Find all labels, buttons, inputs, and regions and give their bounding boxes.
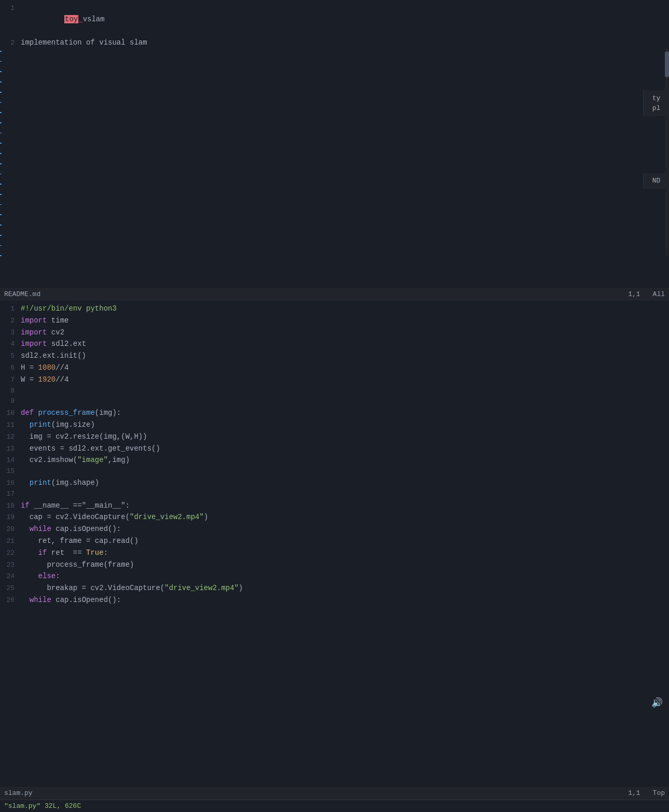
py-content-19: cap = cv2.VideoCapture("drive_view2.mp4"… — [21, 511, 208, 523]
python-content[interactable]: 1 #!/usr/bin/env python3 2 import time 3… — [0, 301, 669, 786]
py-content-23: process_frame(frame) — [21, 559, 134, 570]
py-line-14: 14 cv2.imshow("image",img) — [0, 454, 669, 466]
line-1: 1 toy_vslam — [0, 2, 669, 37]
py-content-7: W = 1920//4 — [21, 374, 68, 385]
bottom-status-right: 1,1 Top — [628, 789, 665, 797]
line-content-1: toy_vslam — [21, 2, 105, 37]
line-content-2: implementation of visual slam — [21, 37, 147, 48]
py-num-25: 25 — [0, 583, 21, 594]
py-num-3: 3 — [0, 328, 21, 339]
py-content-3: import cv2 — [21, 327, 64, 338]
mark-6 — [0, 102, 2, 103]
line-2: 2 implementation of visual slam — [0, 37, 669, 49]
py-line-5: 5 sdl2.ext.init() — [0, 350, 669, 362]
py-line-24: 24 else: — [0, 570, 669, 582]
mark-16 — [0, 204, 2, 205]
py-num-8: 8 — [0, 386, 21, 397]
right-panel-ty: ty — [652, 94, 661, 102]
mark-4 — [0, 81, 2, 82]
py-content-2: import time — [21, 315, 68, 326]
cursor-block: _ — [78, 15, 82, 23]
line-num-2: 2 — [0, 38, 21, 49]
py-line-20: 20 while cap.isOpened(): — [0, 523, 669, 535]
py-line-25: 25 breakap = cv2.VideoCapture("drive_vie… — [0, 582, 669, 594]
py-content-25: breakap = cv2.VideoCapture("drive_view2.… — [21, 582, 243, 594]
right-panel-pl: pl — [652, 104, 661, 112]
py-line-6: 6 H = 1080//4 — [0, 362, 669, 374]
py-num-22: 22 — [0, 548, 21, 559]
py-line-13: 13 events = sdl2.ext.get_events() — [0, 443, 669, 455]
py-num-19: 19 — [0, 512, 21, 523]
readme-content: 1 toy_vslam 2 implementation of visual s… — [0, 0, 669, 287]
py-content-26: while cap.isOpened(): — [21, 594, 121, 606]
py-num-7: 7 — [0, 375, 21, 386]
py-num-9: 9 — [0, 396, 21, 407]
py-num-16: 16 — [0, 478, 21, 489]
py-num-1: 1 — [0, 304, 21, 315]
mark-1 — [0, 51, 2, 52]
scrollbar-thumb[interactable] — [665, 51, 669, 77]
py-content-11: print(img.size) — [21, 419, 95, 430]
mark-12 — [0, 163, 2, 164]
py-content-22: if ret == True: — [21, 547, 108, 558]
mark-11 — [0, 153, 2, 154]
top-filename: README.md — [4, 290, 40, 298]
mark-21 — [0, 255, 2, 256]
py-line-11: 11 print(img.size) — [0, 419, 669, 431]
py-content-6: H = 1080//4 — [21, 362, 68, 373]
py-content-13: events = sdl2.ext.get_events() — [21, 443, 160, 454]
py-content-24: else: — [21, 570, 60, 582]
py-line-4: 4 import sdl2.ext — [0, 338, 669, 350]
py-num-14: 14 — [0, 455, 21, 466]
py-line-16: 16 print(img.shape) — [0, 477, 669, 489]
mark-19 — [0, 235, 2, 236]
bottom-filename: slam.py — [4, 789, 33, 797]
mark-2 — [0, 61, 2, 62]
bottom-scroll: Top — [653, 789, 665, 797]
py-num-5: 5 — [0, 351, 21, 362]
py-line-10: 10 def process_frame(img): — [0, 407, 669, 419]
mark-17 — [0, 214, 2, 215]
line-num-1: 1 — [0, 3, 21, 14]
py-content-20: while cap.isOpened(): — [21, 523, 121, 535]
top-position: 1,1 — [628, 290, 640, 298]
py-content-4: import sdl2.ext — [21, 338, 86, 349]
nd-label: ND — [652, 177, 661, 185]
py-line-21: 21 ret, frame = cap.read() — [0, 535, 669, 547]
mark-13 — [0, 174, 2, 175]
top-status-right: 1,1 All — [628, 290, 665, 298]
py-num-10: 10 — [0, 408, 21, 419]
empty-area: ty pl ND — [0, 49, 669, 256]
volume-icon: 🔊 — [651, 697, 663, 708]
py-line-26: 26 while cap.isOpened(): — [0, 594, 669, 606]
mark-14 — [0, 184, 2, 185]
py-content-5: sdl2.ext.init() — [21, 350, 86, 361]
py-content-21: ret, frame = cap.read() — [21, 535, 138, 547]
py-line-22: 22 if ret == True: — [0, 547, 669, 559]
py-num-21: 21 — [0, 536, 21, 547]
py-num-17: 17 — [0, 489, 21, 500]
py-line-2: 2 import time — [0, 315, 669, 327]
py-num-20: 20 — [0, 524, 21, 535]
top-pane: 1 toy_vslam 2 implementation of visual s… — [0, 0, 669, 301]
py-num-26: 26 — [0, 595, 21, 606]
py-content-18: if __name__ =="__main__": — [21, 500, 130, 511]
py-line-17: 17 — [0, 489, 669, 500]
mark-15 — [0, 194, 2, 195]
bottom-position: 1,1 — [628, 789, 640, 797]
mark-20 — [0, 245, 2, 246]
vslam-text: vslam — [83, 15, 105, 23]
py-content-14: cv2.imshow("image",img) — [21, 454, 130, 466]
py-line-12: 12 img = cv2.resize(img,(W,H)) — [0, 431, 669, 443]
bottom-status-bar: slam.py 1,1 Top — [0, 786, 669, 800]
mark-5 — [0, 92, 2, 93]
scrollbar-track[interactable] — [665, 49, 669, 256]
py-line-23: 23 process_frame(frame) — [0, 559, 669, 571]
mark-8 — [0, 122, 2, 123]
mark-3 — [0, 71, 2, 72]
py-content-16: print(img.shape) — [21, 477, 99, 488]
py-num-15: 15 — [0, 466, 21, 477]
top-scroll: All — [653, 290, 665, 298]
editor-container: 1 toy_vslam 2 implementation of visual s… — [0, 0, 669, 812]
py-content-12: img = cv2.resize(img,(W,H)) — [21, 431, 147, 442]
